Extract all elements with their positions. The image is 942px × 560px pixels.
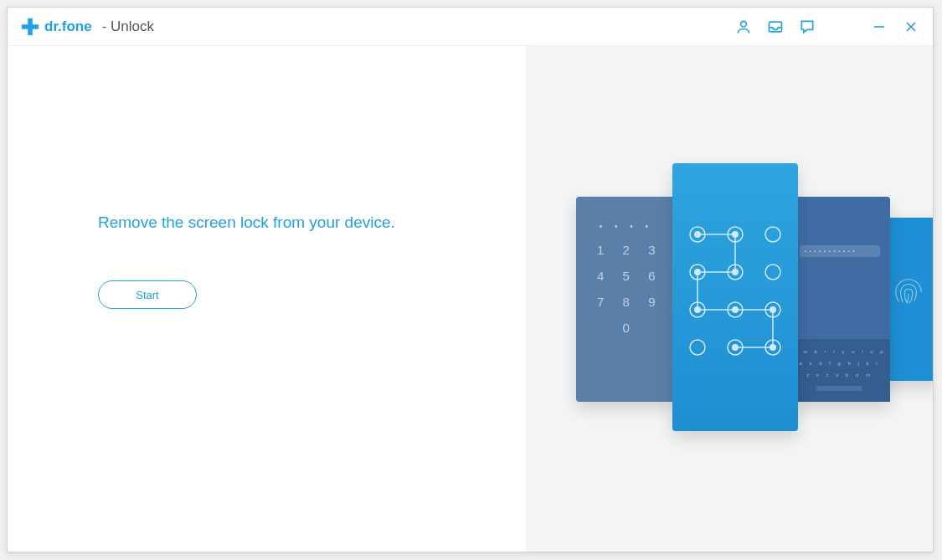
app-name-label: dr.fone	[44, 18, 92, 35]
pin-key: 6	[639, 269, 665, 283]
pin-key: 4	[588, 269, 614, 283]
svg-rect-1	[22, 24, 39, 29]
svg-point-25	[770, 306, 776, 313]
svg-point-9	[765, 227, 780, 242]
phone-illustration: • • • • 1 2 3 4 5 6 7 8 9 0	[526, 155, 933, 456]
svg-point-22	[732, 269, 739, 275]
kbd-spacebar	[816, 386, 862, 391]
inbox-icon[interactable]	[767, 18, 784, 35]
svg-point-2	[741, 21, 747, 27]
pin-key: 9	[639, 295, 665, 309]
kbd-row: a s d f g h j k l	[790, 357, 890, 369]
pin-dots: • • • •	[576, 222, 677, 231]
pin-key: 1	[588, 243, 614, 257]
svg-point-26	[732, 344, 739, 351]
titlebar: dr.fone - Unlock	[8, 8, 933, 46]
svg-point-21	[694, 269, 701, 275]
pin-key: 0	[613, 321, 639, 335]
fingerprint-icon	[893, 276, 924, 308]
svg-point-23	[694, 306, 701, 313]
pattern-lock-icon	[672, 209, 798, 393]
svg-point-16	[690, 340, 705, 355]
titlebar-actions	[735, 18, 919, 35]
right-pane: • • • • 1 2 3 4 5 6 7 8 9 0	[526, 46, 933, 552]
illustration-pin-phone: • • • • 1 2 3 4 5 6 7 8 9 0	[576, 197, 677, 402]
keyboard-illustration: q w e r t y u i o p a s d f g h j k l z …	[790, 339, 890, 402]
svg-point-27	[770, 344, 776, 351]
content-area: Remove the screen lock from your device.…	[8, 46, 933, 552]
svg-point-19	[694, 231, 701, 238]
app-logo-group: dr.fone - Unlock	[21, 18, 154, 36]
svg-point-12	[765, 265, 780, 280]
pin-key: 3	[639, 243, 665, 257]
close-icon[interactable]	[903, 18, 919, 35]
kbd-row: q w e r t y u i o p	[790, 346, 890, 357]
kbd-row: z x c v b n m	[790, 369, 890, 381]
pin-key: 8	[613, 295, 639, 309]
account-icon[interactable]	[735, 18, 752, 35]
left-pane: Remove the screen lock from your device.…	[8, 46, 526, 552]
svg-point-20	[732, 231, 739, 238]
minimize-icon[interactable]	[871, 18, 888, 35]
password-masked: • • • • • • • • • • •	[805, 249, 856, 254]
pin-key: 2	[613, 243, 639, 257]
drfone-logo-icon	[21, 18, 39, 36]
app-window: dr.fone - Unlock	[7, 7, 934, 552]
headline-text: Remove the screen lock from your device.	[98, 213, 526, 232]
svg-point-24	[732, 306, 739, 313]
illustration-password-phone: • • • • • • • • • • • q w e r t y u i o …	[790, 197, 890, 402]
start-button-label: Start	[136, 289, 158, 301]
module-name-label: - Unlock	[102, 18, 154, 35]
start-button[interactable]: Start	[98, 280, 197, 309]
pin-keypad: 1 2 3 4 5 6 7 8 9 0	[576, 243, 677, 335]
pin-key: 5	[613, 269, 639, 283]
illustration-pattern-phone	[672, 163, 798, 431]
password-field-illustration: • • • • • • • • • • •	[800, 245, 880, 257]
pin-key: 7	[588, 295, 614, 309]
feedback-icon[interactable]	[799, 18, 816, 35]
